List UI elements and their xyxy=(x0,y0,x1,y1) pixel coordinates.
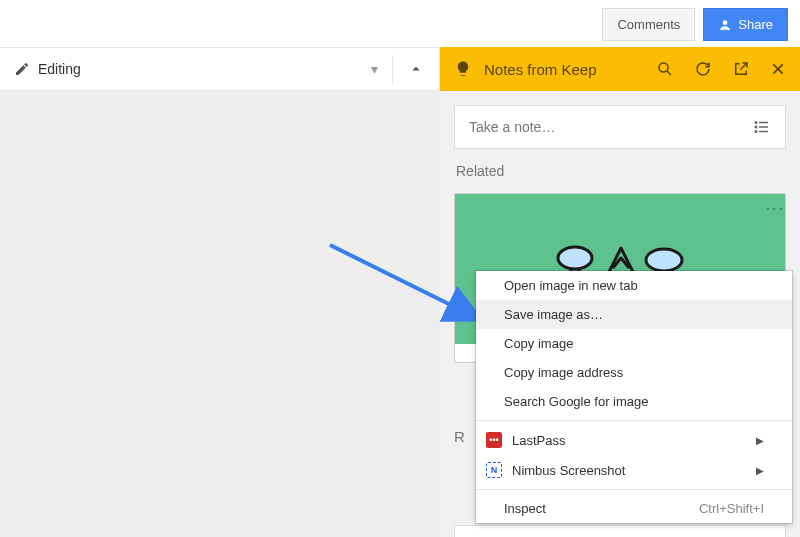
card-menu-icon[interactable]: ⋮ xyxy=(773,200,777,218)
context-menu-separator xyxy=(476,489,792,490)
extension-icon: N xyxy=(486,462,502,478)
close-icon[interactable] xyxy=(770,61,786,77)
context-menu-item-label: Nimbus Screenshot xyxy=(512,463,625,478)
svg-line-17 xyxy=(330,245,477,318)
context-menu-item-label: LastPass xyxy=(512,433,565,448)
editor-toolbar: Editing ▾ xyxy=(0,47,440,91)
take-note-input[interactable]: Take a note… xyxy=(454,105,786,149)
svg-point-11 xyxy=(558,247,592,269)
svg-point-12 xyxy=(646,249,682,271)
person-icon xyxy=(718,18,732,32)
editing-mode-label: Editing xyxy=(38,61,81,77)
svg-point-1 xyxy=(659,63,668,72)
context-menu-inspect[interactable]: Inspect Ctrl+Shift+I xyxy=(476,494,792,523)
context-menu-item-label: Open image in new tab xyxy=(504,278,638,293)
extension-icon: ••• xyxy=(486,432,502,448)
context-menu-item[interactable]: Copy image xyxy=(476,329,792,358)
svg-point-9 xyxy=(755,126,757,128)
context-menu: Open image in new tabSave image as…Copy … xyxy=(476,271,792,523)
keep-header-actions xyxy=(656,60,786,78)
share-button[interactable]: Share xyxy=(703,8,788,41)
chevron-up-icon[interactable] xyxy=(407,60,425,78)
context-menu-extension[interactable]: NNimbus Screenshot▶ xyxy=(476,455,792,485)
context-menu-item[interactable]: Search Google for image xyxy=(476,387,792,416)
bulb-icon xyxy=(454,60,472,78)
refresh-icon[interactable] xyxy=(694,60,712,78)
context-menu-separator xyxy=(476,420,792,421)
annotation-arrow xyxy=(325,240,495,330)
divider xyxy=(392,55,393,83)
search-icon[interactable] xyxy=(656,60,674,78)
svg-point-0 xyxy=(723,20,728,25)
context-menu-item[interactable]: Save image as… xyxy=(476,300,792,329)
next-card-peek[interactable] xyxy=(454,525,786,537)
svg-point-10 xyxy=(755,131,757,133)
svg-point-8 xyxy=(755,122,757,124)
context-menu-item-label: Copy image xyxy=(504,336,573,351)
list-icon[interactable] xyxy=(753,118,771,136)
context-menu-item[interactable]: Open image in new tab xyxy=(476,271,792,300)
context-menu-item-label: Save image as… xyxy=(504,307,603,322)
submenu-arrow-icon: ▶ xyxy=(756,465,764,476)
editing-mode-dropdown[interactable]: Editing ▾ xyxy=(14,61,378,77)
topbar: Comments Share xyxy=(602,8,788,41)
context-menu-extension[interactable]: •••LastPass▶ xyxy=(476,425,792,455)
related-below-label: R xyxy=(454,428,465,445)
submenu-arrow-icon: ▶ xyxy=(756,435,764,446)
keep-header: Notes from Keep xyxy=(440,47,800,91)
context-menu-item-label: Inspect xyxy=(504,501,546,516)
open-external-icon[interactable] xyxy=(732,60,750,78)
context-menu-item-label: Copy image address xyxy=(504,365,623,380)
keep-title: Notes from Keep xyxy=(484,61,644,78)
context-menu-item-label: Search Google for image xyxy=(504,394,649,409)
related-label: Related xyxy=(454,163,786,179)
share-label: Share xyxy=(738,17,773,32)
take-note-placeholder: Take a note… xyxy=(469,119,555,135)
comments-button[interactable]: Comments xyxy=(602,8,695,41)
context-menu-shortcut: Ctrl+Shift+I xyxy=(699,501,764,516)
context-menu-item[interactable]: Copy image address xyxy=(476,358,792,387)
dropdown-caret-icon: ▾ xyxy=(371,61,378,77)
pencil-icon xyxy=(14,61,30,77)
svg-line-2 xyxy=(667,71,671,75)
